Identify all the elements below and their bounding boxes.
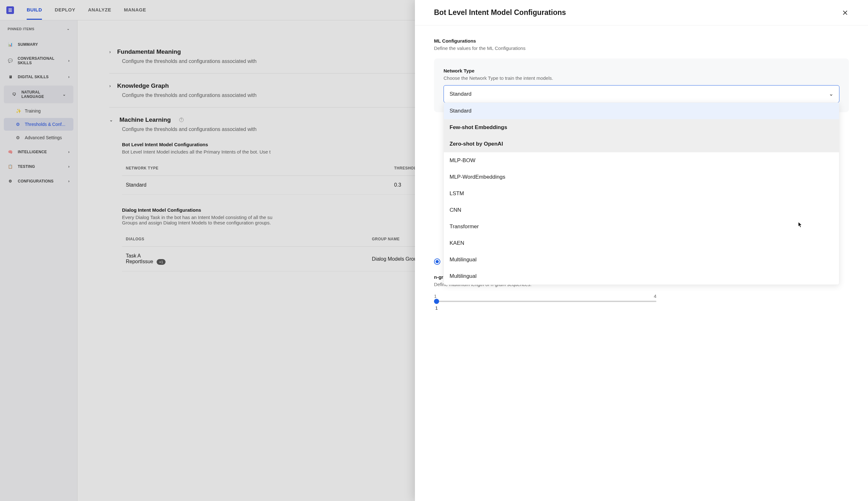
dropdown-option-transformer[interactable]: Transformer <box>444 218 839 235</box>
dropdown-option-mlp-bow[interactable]: MLP-BOW <box>444 152 839 169</box>
panel-title: Bot Level Intent Model Configurations <box>434 8 566 17</box>
slider-value: 1 <box>434 305 439 311</box>
network-type-select[interactable]: Standard ⌄ <box>444 85 839 103</box>
network-type-desc: Choose the Network Type to train the int… <box>444 75 839 81</box>
ml-config-label: ML Configurations <box>434 38 849 44</box>
network-type-card: Network Type Choose the Network Type to … <box>434 58 849 112</box>
slider-thumb[interactable] <box>434 299 439 304</box>
ml-config-desc: Define the values for the ML Configurati… <box>434 45 849 51</box>
dropdown-option-standard[interactable]: Standard <box>444 103 839 119</box>
dropdown-option-cnn[interactable]: CNN <box>444 202 839 218</box>
radio-icon <box>434 258 440 265</box>
slider-min: 1 <box>434 294 436 299</box>
close-button[interactable] <box>841 9 849 17</box>
slider-max: 4 <box>654 294 657 299</box>
select-value: Standard <box>449 91 471 97</box>
dropdown-option-multilingual-1[interactable]: Multilingual <box>444 252 839 268</box>
dropdown-option-multilingual-2[interactable]: Multilingual <box>444 268 839 285</box>
ngram-slider[interactable] <box>434 301 657 302</box>
dropdown-option-kaen[interactable]: KAEN <box>444 235 839 252</box>
side-panel: Bot Level Intent Model Configurations ML… <box>415 0 868 501</box>
network-type-label: Network Type <box>444 68 839 73</box>
dropdown-option-mlp-wordembeddings[interactable]: MLP-WordEmbeddings <box>444 169 839 185</box>
network-type-dropdown: Standard Few-shot Embeddings Zero-shot b… <box>444 102 839 285</box>
close-icon <box>841 9 849 17</box>
dropdown-option-zero-shot[interactable]: Zero-shot by OpenAI <box>444 136 839 152</box>
dropdown-option-lstm[interactable]: LSTM <box>444 185 839 202</box>
chevron-down-icon: ⌄ <box>829 90 833 97</box>
dropdown-option-few-shot[interactable]: Few-shot Embeddings <box>444 119 839 136</box>
